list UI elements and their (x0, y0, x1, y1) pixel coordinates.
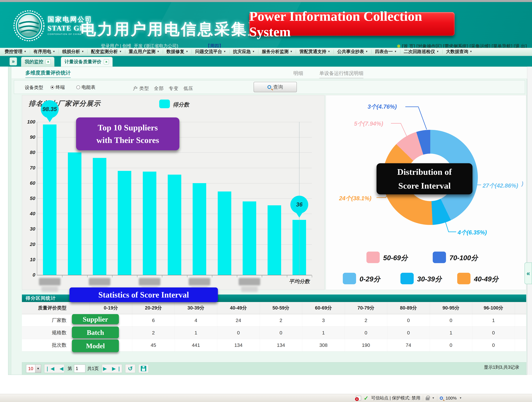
bar-glyph: ❘ (117, 366, 121, 371)
close-icon[interactable]: × (104, 59, 109, 64)
chevron-down-icon[interactable]: ▼ (432, 396, 435, 400)
table-header-2: 20-29分 (132, 302, 175, 314)
x-tick (112, 275, 112, 277)
menu-item-6[interactable]: 问题交流平台▼ (192, 49, 229, 55)
table-cell: 0 (260, 327, 302, 339)
menu-item-12[interactable]: 二次回路巡检仪▼ (400, 49, 442, 55)
y-tick-label: 60 (23, 180, 35, 186)
first-page-button[interactable]: ❘ ◀ ◀ (44, 364, 64, 373)
donut-callout-3: 5个(7.94%) (354, 120, 383, 128)
redacted-x-label (39, 278, 61, 285)
menu-item-3[interactable]: 配变监测分析▼ (88, 49, 125, 55)
page-suffix: 共1页 (87, 365, 99, 372)
refresh-button[interactable]: ↺ (125, 364, 135, 373)
table-header-5: 50-59分 (260, 302, 302, 314)
radio-terminal[interactable]: 终端 (51, 84, 65, 90)
menu-item-11[interactable]: 四表合一▼ (372, 49, 400, 55)
y-tick-label: 90 (23, 134, 35, 140)
login-user-text: 登录用户 | 创维_开发 (浙江省电力公司) (101, 43, 178, 48)
weekday-text: 【周四】 (206, 43, 223, 48)
tab-0[interactable]: 我的监控× (21, 57, 54, 67)
annotation-overlay-bar-en: Top 10 Supplierswith Their Scores (76, 117, 179, 150)
x-tick (237, 275, 237, 277)
menu-item-2[interactable]: 线损分析▼ (59, 49, 88, 55)
legend-swatch (457, 273, 470, 284)
menu-item-1[interactable]: 有序用电▼ (30, 49, 59, 55)
page-size-select[interactable]: 10 ▼ (26, 364, 41, 373)
next-page-button[interactable]: ▶ ▶ ❘ (102, 364, 122, 373)
page-size-dropdown-icon[interactable]: ▼ (35, 364, 41, 373)
y-tick-label: 70 (23, 165, 35, 171)
table-cell: 1 (302, 327, 345, 339)
radio-unselected-icon[interactable] (76, 85, 80, 89)
menu-item-10[interactable]: 公共事业抄表▼ (334, 49, 371, 55)
tab-1[interactable]: 计量设备质量评价× (61, 57, 113, 67)
menu-item-0[interactable]: 费控管理▼ (1, 49, 30, 55)
table-cell: 6 (132, 314, 175, 327)
bar-9 (268, 205, 281, 275)
table-header-9: 90-95分 (430, 302, 472, 314)
table-header-10: 96-100分 (472, 302, 515, 314)
table-cell: 2 (260, 314, 302, 327)
quick-links-text[interactable]: [首 页] [对象操作区] [需求侧系统] [采集运维] [菜单导航] [退 出… (402, 44, 527, 48)
login-info: 登录用户 | 创维_开发 (浙江省电力公司)【周四】 (101, 43, 223, 48)
donut-callout-0: 27个(42.86%) (482, 182, 518, 190)
subtab-multidim-stats[interactable]: 多维度质量评价统计 (25, 69, 71, 78)
value-marker-10: 36 (290, 196, 308, 214)
protected-mode-icon (426, 397, 429, 400)
zoom-dropdown-icon[interactable]: ▼ (459, 396, 462, 400)
table-cell: 0 (472, 327, 515, 339)
redacted-x-label (139, 278, 160, 285)
filter-partial-text: 户 类型 全部 专变 低压 (133, 85, 193, 92)
radio-selected-icon[interactable] (51, 85, 54, 89)
x-tick (162, 275, 162, 277)
table-header-7: 70-79分 (345, 302, 387, 314)
chevron-down-icon: ▼ (328, 50, 330, 53)
save-disk-icon (141, 366, 146, 371)
pagination-bar: 10 ▼ ❘ ◀ ◀ 第 共1页 ▶ ▶ ❘ ↺ (22, 362, 526, 375)
search-button[interactable]: 查询 (253, 82, 297, 92)
legend-swatch (400, 273, 414, 284)
close-icon[interactable]: × (45, 59, 51, 64)
collapsed-left-panel[interactable] (8, 67, 11, 375)
table-cell: 3 (302, 314, 345, 327)
menu-item-5[interactable]: 数据修复▼ (163, 49, 192, 55)
subtab-device-run-detail[interactable]: 单设备运行情况明细 (319, 70, 363, 78)
filter-panel: 设备类型 终端 电能表 户 类型 全部 专变 低压 查询 (14, 80, 525, 94)
sidebar-expander-button[interactable]: » (10, 57, 17, 65)
collapse-panel-button[interactable]: « (525, 263, 532, 284)
menu-item-4[interactable]: 重点用户监测▼ (125, 49, 163, 55)
trusted-site-text: 可信站点 | 保护模式: 禁用 (371, 395, 420, 401)
table-cell: 0 (430, 314, 472, 327)
page-number-input[interactable] (74, 364, 85, 373)
x-tick (87, 275, 88, 277)
page-prefix: 第 (68, 365, 72, 372)
menu-item-8[interactable]: 服务分析监测▼ (258, 49, 296, 55)
radio-meter[interactable]: 电能表 (76, 84, 95, 90)
table-cell: 441 (175, 339, 217, 351)
y-tick-label: 0 (23, 272, 35, 278)
bar-glyph: ❘ (45, 366, 49, 371)
menu-item-7[interactable]: 抗灾应急▼ (229, 49, 258, 55)
redacted-x-label (89, 278, 110, 285)
save-button[interactable] (139, 364, 149, 373)
bar-legend-swatch (159, 100, 170, 108)
legend-label: 50-69分 (383, 253, 408, 263)
menu-item-13[interactable]: 大数据查询▼ (443, 49, 476, 55)
search-icon (267, 85, 271, 89)
table-header-6: 60-69分 (302, 302, 345, 314)
menu-item-9[interactable]: 营配贯通支持▼ (296, 49, 334, 55)
chevron-down-icon: ▼ (24, 50, 26, 53)
y-tick-label: 40 (23, 211, 35, 216)
annotation-overlay-supplier: Supplier (72, 314, 119, 324)
y-axis-line (37, 122, 37, 275)
subtab-partial-detail[interactable]: 明细 (293, 70, 303, 77)
browser-status-bar: ✓ 可信站点 | 保护模式: 禁用 ▼ 100% ▼ (0, 394, 532, 402)
y-tick-label: 10 (23, 257, 35, 262)
quick-links[interactable]: ※[首 页] [对象操作区] [需求侧系统] [采集运维] [菜单导航] [退 … (397, 43, 527, 48)
table-cell: 0 (387, 314, 430, 327)
page-size-value[interactable]: 10 (26, 364, 35, 373)
table-cell: 0 (472, 339, 515, 351)
bar-2 (93, 158, 106, 275)
x-tick (62, 275, 62, 277)
